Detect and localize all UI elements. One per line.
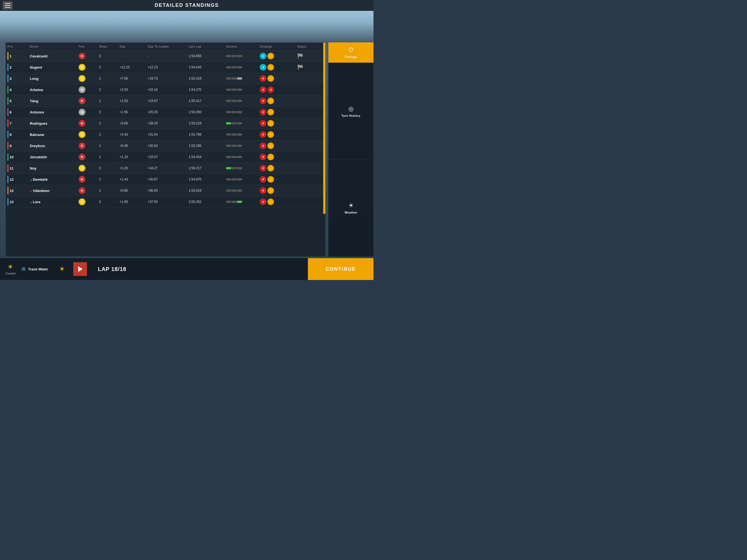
table-row: 3 LongS2+7.56+19.731:52.419↺⚡ bbox=[6, 73, 325, 84]
sidebar-item-tyre-history[interactable]: ◎ Tyre History bbox=[328, 63, 374, 160]
sector-bar bbox=[237, 133, 242, 136]
status-cell: 🏁 bbox=[295, 62, 325, 73]
col-gap: Gap bbox=[118, 43, 146, 51]
gap-leader-cell: - bbox=[146, 51, 187, 62]
sector-bar bbox=[237, 201, 242, 203]
sectors-cell bbox=[225, 163, 258, 174]
stops-cell: 2 bbox=[97, 118, 118, 129]
col-pos: Pos bbox=[6, 43, 28, 51]
sector-bar bbox=[232, 156, 236, 158]
strategy-icon: ↺ bbox=[260, 109, 266, 116]
sectors-cell bbox=[225, 84, 258, 96]
sectors-cell bbox=[225, 196, 258, 207]
track-water-section: ≋ Track Water bbox=[21, 265, 48, 273]
strategy-icon: ↺ bbox=[260, 199, 266, 205]
table-row: 6 AntonovM2+1.56+25.201:53.250↺⚡ bbox=[6, 107, 325, 118]
driver-name-cell: ▲Lara bbox=[28, 196, 77, 207]
strategy-icon: ⚡ bbox=[267, 131, 274, 138]
sector-bar bbox=[237, 167, 242, 169]
standings-panel: Pos Driver Tyre Stops Gap Gap To Leader … bbox=[5, 42, 326, 257]
tyre-cell: H bbox=[77, 51, 97, 62]
gap-leader-cell: +23.67 bbox=[146, 96, 187, 107]
table-row: 1 CavalcantiH2--1:54.855↺⚡🏁 bbox=[6, 51, 325, 62]
sector-bar bbox=[226, 189, 231, 192]
status-cell bbox=[295, 96, 325, 107]
tyre-history-label: Tyre History bbox=[341, 114, 360, 117]
standings-table: Pos Driver Tyre Stops Gap Gap To Leader … bbox=[6, 43, 325, 207]
sector-bar bbox=[226, 55, 231, 57]
pos-cell: 10 bbox=[6, 152, 28, 163]
tyre-cell: H bbox=[77, 118, 97, 129]
col-gap-leader: Gap To Leader bbox=[146, 43, 187, 51]
pos-cell: 9 bbox=[6, 140, 28, 152]
sector-bar bbox=[232, 178, 236, 180]
last-lap-cell: 1:54.855 bbox=[187, 51, 225, 62]
table-row: 4 ArbeloaM2+2.53+22.161:54.270↺↺ bbox=[6, 84, 325, 96]
scrollbar[interactable] bbox=[323, 43, 325, 256]
page-title: DETAILED STANDINGS bbox=[155, 2, 219, 8]
strategy-icon: ⚡ bbox=[267, 109, 274, 116]
menu-button[interactable] bbox=[3, 1, 12, 9]
col-driver: Driver bbox=[28, 43, 77, 51]
sectors-cell bbox=[225, 174, 258, 185]
gap-leader-cell: +25.20 bbox=[146, 107, 187, 118]
sector-bar bbox=[237, 178, 242, 180]
sector-bar bbox=[226, 156, 231, 158]
status-cell bbox=[295, 107, 325, 118]
sector-bar bbox=[232, 122, 236, 124]
status-cell bbox=[295, 196, 325, 207]
table-row: 10 JónsdóttirH1+1.10+33.071:54.454↺⚡ bbox=[6, 152, 325, 163]
tyre-cell: S bbox=[77, 129, 97, 140]
gap-leader-cell: +31.54 bbox=[146, 129, 187, 140]
track-water-label: Track Water bbox=[28, 267, 48, 271]
sectors-cell bbox=[225, 96, 258, 107]
scroll-thumb bbox=[323, 43, 325, 214]
water-icon: ≋ bbox=[21, 265, 26, 273]
driver-name-cell: Dreyfuss bbox=[28, 140, 77, 152]
strategy-icon: ↺ bbox=[260, 75, 266, 82]
strategy-cell: ↺⚡ bbox=[258, 163, 295, 174]
gap-cell: +12.23 bbox=[118, 62, 146, 73]
sidebar-item-weather[interactable]: ☀ Weather bbox=[328, 160, 374, 257]
status-cell bbox=[295, 118, 325, 129]
driver-name-cell: Balcazar bbox=[28, 129, 77, 140]
tyre-cell: S bbox=[77, 73, 97, 84]
tyre-cell: S bbox=[77, 163, 97, 174]
position-arrow-down-icon: ▼ bbox=[30, 190, 32, 193]
last-lap-cell: 1:53.250 bbox=[187, 107, 225, 118]
tyre-cell: S bbox=[77, 62, 97, 73]
strategy-icon: ↺ bbox=[260, 187, 266, 194]
gap-cell: +0.46 bbox=[118, 140, 146, 152]
sector-bar bbox=[237, 77, 242, 80]
status-cell bbox=[295, 163, 325, 174]
table-row: 2 NugentS2+12.23+12.231:54.043↺⚡🏁 bbox=[6, 62, 325, 73]
sector-bar bbox=[237, 156, 242, 158]
gap-cell: +1.00 bbox=[118, 196, 146, 207]
weather-label: Weather bbox=[344, 211, 357, 214]
sidebar-item-timings[interactable]: ⏱ Timings bbox=[328, 42, 374, 63]
sector-bar bbox=[232, 55, 236, 57]
strategy-icon: ↺ bbox=[267, 86, 274, 93]
continue-button[interactable]: CONTINUE bbox=[308, 258, 374, 280]
sector-bar bbox=[237, 88, 242, 91]
pos-cell: 14 bbox=[6, 196, 28, 207]
sector-bar bbox=[226, 133, 231, 136]
strategy-icon: ↺ bbox=[260, 131, 266, 138]
gap-leader-cell: +34.27 bbox=[146, 163, 187, 174]
sector-bar bbox=[226, 100, 231, 102]
position-arrow-up-icon: ▲ bbox=[30, 201, 32, 204]
sector-bar bbox=[232, 167, 236, 169]
status-cell bbox=[295, 129, 325, 140]
gap-cell: +1.43 bbox=[118, 174, 146, 185]
strategy-cell: ↺⚡ bbox=[258, 96, 295, 107]
sector-bar bbox=[232, 201, 236, 203]
driver-name-cell: ▼Väänänen bbox=[28, 185, 77, 196]
tyre-history-icon: ◎ bbox=[349, 105, 354, 112]
driver-name-cell: Arbeloa bbox=[28, 84, 77, 96]
gap-cell: +1.56 bbox=[118, 107, 146, 118]
stops-cell: 2 bbox=[97, 84, 118, 96]
play-button[interactable] bbox=[73, 262, 87, 276]
strategy-cell: ↺⚡ bbox=[258, 174, 295, 185]
table-row: 5 TāngH1+1.53+23.671:55.417↺⚡ bbox=[6, 96, 325, 107]
last-lap-cell: 1:53.019 bbox=[187, 185, 225, 196]
